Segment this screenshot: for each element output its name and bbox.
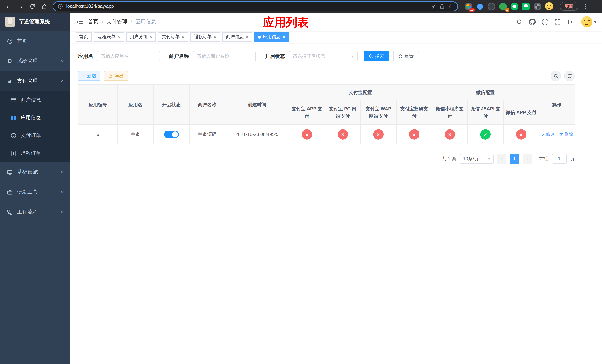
close-icon[interactable]: × [149,34,152,39]
browser-menu-icon[interactable]: ⋮ [582,3,589,10]
tab-payment-orders[interactable]: 支付订单× [158,32,188,42]
sidebar-payment-submenu: 商户信息 应用信息 支付订单 [0,91,70,162]
forward-icon: → [17,3,23,10]
column-header: 支付宝 PC 网站支付 [325,100,360,125]
delete-link[interactable]: 删除 [559,131,573,138]
merchant-name-input[interactable] [193,51,256,62]
bookmark-star-icon[interactable]: ☆ [448,3,453,10]
search-icon [553,74,558,78]
sidebar-item-infrastructure[interactable]: 基础设施 ∨ [0,162,70,182]
sidebar-item-label: 商户信息 [21,97,41,103]
extension-icon-2[interactable] [476,2,484,10]
column-header: 支付宝扫码支付 [396,100,432,125]
toggle-search-button[interactable] [550,71,561,81]
site-info-icon[interactable] [58,4,63,9]
page-size-select[interactable]: 10条/页 ▾ [460,154,493,164]
browser-window: ← → localhost:1024/pay/app ☆ 10 1 [0,0,602,364]
close-icon[interactable]: × [117,34,120,39]
search-button[interactable]: 搜索 [363,51,389,62]
url-text: localhost:1024/pay/app [66,4,428,9]
chevron-down-icon: ∨ [61,210,64,214]
close-icon[interactable]: × [282,34,285,39]
sidebar-item-payment[interactable]: ¥ 支付管理 ∧ [0,71,70,91]
pagination: 共 1 条 10条/页 ▾ ‹ 1 › 前往 页 [78,154,575,164]
extension-icon-1[interactable]: 10 [465,2,473,10]
browser-reload-button[interactable] [27,1,37,11]
cell-app-id: 6 [78,125,118,144]
download-icon [108,74,113,78]
search-icon [369,54,373,58]
extension-icon-7[interactable] [534,2,541,10]
fullscreen-icon[interactable] [555,19,560,25]
tab-app-info[interactable]: 应用信息× [254,32,289,42]
extensions-area: 10 1 [462,2,556,10]
export-button[interactable]: 导出 [104,71,128,81]
status-toggle[interactable] [164,131,179,138]
share-icon[interactable] [439,4,444,9]
logo-avatar [5,17,15,27]
tab-user-group[interactable]: 用户分组× [126,32,156,42]
search-form: 应用名 商户名称 开启状态 请选择开启状态 ▾ 搜索 [78,51,575,62]
breadcrumb-current: 应用信息 [136,19,156,25]
password-key-icon[interactable] [431,4,436,9]
refresh-table-button[interactable] [564,71,575,81]
app-name-input[interactable] [97,51,160,62]
url-bar[interactable]: localhost:1024/pay/app ☆ [53,1,458,11]
extension-icon-8[interactable] [545,2,553,10]
table-row: 6 芋道 芋道源码 2021-10-23 08:49:25 × × × × × [78,125,575,144]
close-icon[interactable]: × [246,34,248,39]
sidebar-item-dev-tools[interactable]: 研发工具 ∨ [0,182,70,202]
github-icon[interactable] [529,19,536,25]
search-icon[interactable] [516,19,523,25]
browser-forward-button[interactable]: → [16,1,25,11]
sidebar-item-merchant-info[interactable]: 商户信息 [0,91,70,109]
wechat-mini-status-icon: × [444,129,455,139]
column-header: 支付宝 APP 支付 [289,100,325,125]
group-header-alipay: 支付宝配置 [289,85,432,100]
goto-page-input[interactable] [552,154,567,164]
table-tools [550,71,575,81]
browser-update-button[interactable]: 更新 [560,2,578,11]
page-title: 应用列表 [263,15,309,30]
dashboard-icon [7,38,13,44]
sidebar-item-label: 支付管理 [17,78,38,85]
extension-icon-5[interactable] [511,2,518,10]
column-header: 应用名 [118,85,153,125]
extension-icon-6[interactable] [522,2,530,10]
breadcrumb-payment[interactable]: 支付管理 [107,19,127,25]
pencil-icon [541,132,545,137]
status-select[interactable]: 请选择开启状态 ▾ [289,51,357,62]
close-icon[interactable]: × [214,34,216,39]
wechat-jsapi-status-icon: ✓ [480,129,491,139]
next-page-button[interactable]: › [523,154,532,164]
tab-process-form[interactable]: 流程表单× [94,32,124,42]
close-icon[interactable]: × [182,34,184,39]
prev-page-button[interactable]: ‹ [497,154,506,164]
sidebar-item-workflow[interactable]: 工作流程 ∨ [0,202,70,222]
font-size-icon[interactable]: TT [567,19,573,25]
page-number-1[interactable]: 1 [510,154,519,164]
user-menu[interactable]: ▾ [581,16,596,27]
sidebar-toggle-icon[interactable] [76,19,83,25]
extension-icon-4[interactable]: 1 [499,2,507,10]
browser-home-button[interactable] [39,1,49,11]
wechat-app-status-icon: × [516,129,526,139]
breadcrumb-home[interactable]: 首页 [88,19,98,25]
sidebar-item-system[interactable]: ⚙ 系统管理 ∨ [0,51,70,71]
reset-button[interactable]: 重置 [393,51,419,62]
help-icon[interactable]: ? [542,19,548,25]
tab-merchant-info[interactable]: 商户信息× [222,32,252,42]
extension-icon-3[interactable] [488,2,495,10]
edit-link[interactable]: 修改 [541,131,555,138]
browser-back-button[interactable]: ← [4,1,13,11]
sidebar: 芋道管理系统 首页 ⚙ 系统管理 ∨ ¥ 支付管理 ∧ [0,13,70,364]
sidebar-item-refund-orders[interactable]: 退款订单 [0,144,70,162]
column-header: 操作 [539,85,575,125]
sidebar-item-payment-orders[interactable]: 支付订单 [0,127,70,144]
sidebar-item-home[interactable]: 首页 [0,31,70,51]
navbar-actions: ? TT ▾ [516,16,596,27]
add-button[interactable]: + 新增 [78,71,100,81]
tab-home[interactable]: 首页 [75,32,92,42]
sidebar-item-app-info[interactable]: 应用信息 [0,109,70,127]
tab-refund-orders[interactable]: 退款订单× [190,32,220,42]
